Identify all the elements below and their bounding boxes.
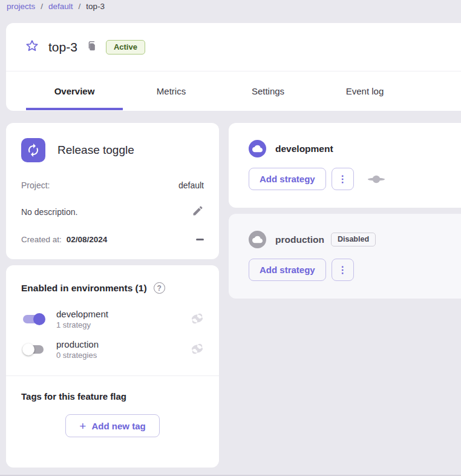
environment-menu-button[interactable]: ⋮: [332, 168, 354, 190]
description-row: No description.: [21, 205, 204, 219]
add-new-tag-label: Add new tag: [91, 421, 145, 431]
active-tab-indicator: [26, 108, 123, 110]
tab-label: Settings: [252, 86, 284, 96]
tab-overview[interactable]: Overview: [26, 71, 123, 110]
production-toggle[interactable]: [21, 342, 47, 357]
environment-info: development 1 strategy: [56, 309, 108, 329]
project-value: default: [178, 180, 204, 190]
add-strategy-button[interactable]: Add strategy: [249, 259, 326, 281]
add-strategy-button[interactable]: Add strategy: [249, 168, 326, 190]
preview-development-button[interactable]: [191, 312, 204, 327]
help-icon[interactable]: ?: [154, 282, 165, 294]
environment-card-header: production Disabled: [249, 231, 461, 248]
collapse-button[interactable]: [196, 239, 204, 240]
description-text: No description.: [21, 207, 77, 217]
kebab-icon: ⋮: [338, 174, 347, 184]
edit-description-button[interactable]: [192, 205, 204, 219]
tab-metrics[interactable]: Metrics: [123, 71, 220, 110]
environment-row-development: development 1 strategy: [21, 309, 204, 329]
environment-row-production: production 0 strategies: [21, 339, 204, 360]
tab-label: Overview: [54, 86, 95, 96]
page-title: top-3: [48, 40, 77, 55]
copy-icon: [86, 41, 97, 53]
environment-name: production: [56, 339, 99, 349]
no-metrics-icon: [367, 174, 385, 184]
cloud-icon: [249, 231, 266, 248]
breadcrumb-separator: /: [41, 2, 43, 11]
feature-header-card: top-3 Active Overview Metrics Settings E…: [6, 23, 461, 111]
add-new-tag-button[interactable]: + Add new tag: [65, 414, 160, 437]
breadcrumb-current-page: top-3: [86, 2, 105, 11]
environment-actions-row: Add strategy ⋮: [249, 259, 461, 281]
tab-settings[interactable]: Settings: [220, 71, 316, 110]
environment-menu-button[interactable]: ⋮: [332, 259, 354, 281]
environments-panel-title: Enabled in environments (1): [21, 283, 147, 294]
breadcrumb-projects-link[interactable]: projects: [7, 2, 35, 11]
favorite-star-button[interactable]: [25, 39, 39, 55]
created-at-label: Created at:: [21, 235, 62, 244]
environment-strategy-count: 1 strategy: [56, 320, 108, 329]
copy-name-button[interactable]: [86, 41, 97, 53]
environment-card-development: development Add strategy ⋮: [229, 123, 461, 208]
tab-label: Event log: [346, 86, 384, 96]
environment-name: development: [56, 309, 108, 319]
panel-divider: [6, 375, 219, 376]
star-icon: [25, 39, 39, 55]
feature-title-row: top-3 Active: [6, 23, 461, 71]
environment-card-production: production Disabled Add strategy ⋮: [229, 214, 461, 299]
release-toggle-icon: [21, 138, 45, 162]
plus-icon: +: [79, 420, 86, 432]
preview-production-button[interactable]: [191, 342, 204, 357]
feature-type-label: Release toggle: [57, 144, 134, 157]
eye-icon: [191, 312, 204, 327]
disabled-badge: Disabled: [331, 233, 376, 246]
tab-label: Metrics: [157, 86, 186, 96]
tab-event-log[interactable]: Event log: [316, 71, 413, 110]
environment-card-name: production: [275, 234, 324, 245]
status-badge: Active: [106, 40, 145, 55]
feature-type-header: Release toggle: [21, 138, 204, 162]
breadcrumb: projects / default / top-3: [7, 2, 105, 11]
environment-strategy-count: 0 strategies: [56, 351, 99, 360]
tags-section-title: Tags for this feature flag: [21, 391, 204, 402]
environment-actions-row: Add strategy ⋮: [249, 168, 461, 190]
cloud-icon: [249, 140, 266, 157]
created-at-value: 02/08/2024: [67, 235, 108, 244]
pencil-icon: [192, 205, 204, 219]
eye-icon: [191, 342, 204, 357]
environment-card-header: development: [249, 140, 461, 157]
kebab-icon: ⋮: [338, 265, 347, 275]
project-row: Project: default: [21, 180, 204, 190]
tab-bar: Overview Metrics Settings Event log: [6, 71, 461, 110]
feature-overview-card: Release toggle Project: default No descr…: [6, 123, 219, 259]
environment-card-name: development: [275, 144, 333, 154]
toggle-knob: [33, 313, 45, 325]
breadcrumb-default-link[interactable]: default: [48, 2, 73, 11]
toggle-knob: [22, 343, 34, 355]
development-toggle[interactable]: [21, 312, 47, 326]
environments-panel-header: Enabled in environments (1) ?: [21, 282, 204, 294]
breadcrumb-separator: /: [79, 2, 81, 11]
project-label: Project:: [21, 180, 50, 190]
minus-icon: [196, 239, 204, 240]
created-at-row: Created at: 02/08/2024: [21, 235, 204, 244]
environment-info: production 0 strategies: [56, 339, 99, 360]
environments-side-panel: Enabled in environments (1) ? developmen…: [6, 265, 219, 468]
